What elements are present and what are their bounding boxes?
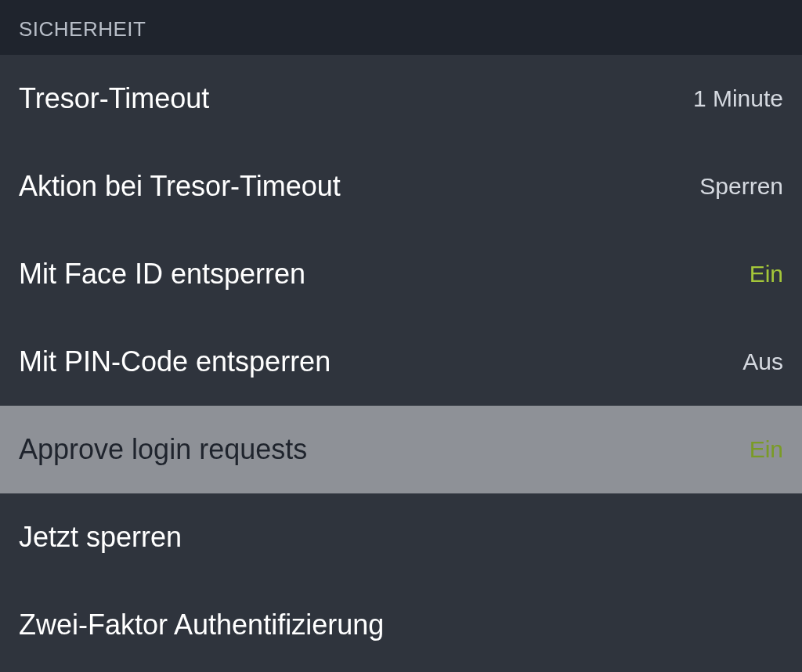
row-label: Zwei-Faktor Authentifizierung bbox=[19, 609, 384, 641]
settings-list: Tresor-Timeout 1 Minute Aktion bei Treso… bbox=[0, 55, 802, 669]
row-approve-login-requests[interactable]: Approve login requests Ein bbox=[0, 406, 802, 493]
row-two-factor-auth[interactable]: Zwei-Faktor Authentifizierung bbox=[0, 581, 802, 669]
row-label: Aktion bei Tresor-Timeout bbox=[19, 170, 341, 203]
row-label: Tresor-Timeout bbox=[19, 82, 209, 115]
row-value: Ein bbox=[750, 261, 783, 287]
row-label: Mit PIN-Code entsperren bbox=[19, 345, 331, 378]
section-header-security: SICHERHEIT bbox=[0, 0, 802, 55]
row-value: Sperren bbox=[699, 173, 783, 200]
row-unlock-pin[interactable]: Mit PIN-Code entsperren Aus bbox=[0, 318, 802, 406]
row-vault-timeout[interactable]: Tresor-Timeout 1 Minute bbox=[0, 55, 802, 143]
row-label: Approve login requests bbox=[19, 433, 307, 466]
section-header-label: SICHERHEIT bbox=[19, 17, 146, 42]
row-value: 1 Minute bbox=[693, 85, 783, 112]
row-value: Ein bbox=[750, 436, 783, 463]
row-vault-timeout-action[interactable]: Aktion bei Tresor-Timeout Sperren bbox=[0, 143, 802, 230]
row-label: Jetzt sperren bbox=[19, 521, 182, 554]
row-unlock-face-id[interactable]: Mit Face ID entsperren Ein bbox=[0, 230, 802, 318]
row-value: Aus bbox=[742, 349, 783, 375]
row-label: Mit Face ID entsperren bbox=[19, 258, 305, 291]
row-lock-now[interactable]: Jetzt sperren bbox=[0, 493, 802, 581]
